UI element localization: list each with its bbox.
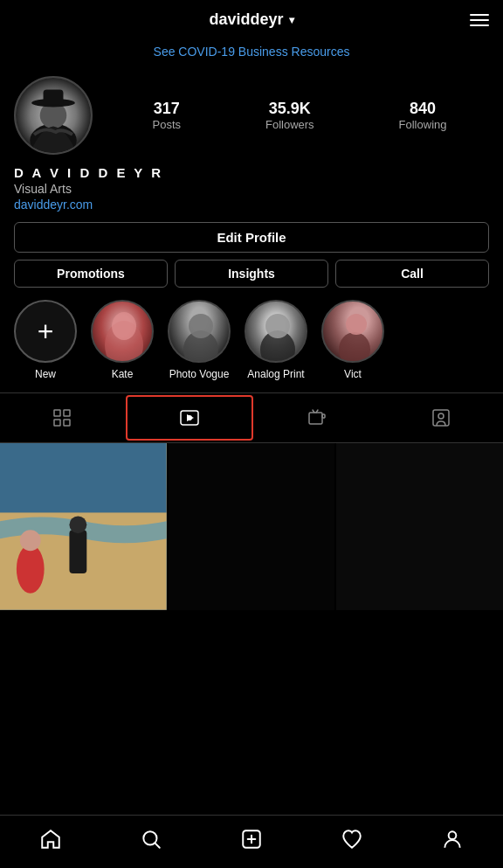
action-buttons-row: Promotions Insights Call xyxy=(14,260,489,288)
dropdown-chevron-icon: ▾ xyxy=(289,14,294,26)
add-icon xyxy=(240,828,263,851)
highlight-analogprint-label: Analog Print xyxy=(247,368,304,380)
followers-stat[interactable]: 35.9K Followers xyxy=(265,100,314,131)
highlights-section: + New Kate Photo Vogue Ana xyxy=(0,288,503,392)
svg-rect-21 xyxy=(322,414,325,418)
profile-top-row: 317 Posts 35.9K Followers 840 Following xyxy=(14,76,489,155)
highlight-vict-label: Vict xyxy=(344,368,362,380)
tab-igtv[interactable] xyxy=(255,393,379,442)
bottom-nav xyxy=(0,815,503,868)
stats-row: 317 Posts 35.9K Followers 840 Following xyxy=(110,100,489,131)
posts-count: 317 xyxy=(154,100,180,118)
igtv-icon xyxy=(307,407,327,428)
svg-line-33 xyxy=(155,844,160,848)
svg-point-25 xyxy=(438,413,444,419)
posts-stat[interactable]: 317 Posts xyxy=(152,100,181,131)
search-icon xyxy=(140,828,162,851)
following-label: Following xyxy=(399,118,447,131)
tab-grid[interactable] xyxy=(0,393,124,442)
profile-icon xyxy=(441,828,464,851)
insights-button[interactable]: Insights xyxy=(175,260,328,288)
covid-banner[interactable]: See COVID-19 Business Resources xyxy=(0,39,503,67)
home-icon xyxy=(39,828,62,851)
tabs-bar xyxy=(0,392,503,443)
top-header: daviddeyr ▾ xyxy=(0,0,503,39)
content-grid xyxy=(0,443,503,671)
highlight-new-label: New xyxy=(35,368,56,380)
followers-count: 35.9K xyxy=(269,100,311,118)
following-stat[interactable]: 840 Following xyxy=(399,100,447,131)
highlight-analogprint[interactable]: Analog Print xyxy=(245,300,307,380)
avatar[interactable] xyxy=(14,76,93,155)
svg-rect-13 xyxy=(54,410,60,416)
svg-rect-16 xyxy=(64,420,70,426)
following-count: 840 xyxy=(410,100,436,118)
nav-home[interactable] xyxy=(29,824,72,854)
svg-point-8 xyxy=(189,314,213,338)
nav-profile[interactable] xyxy=(431,824,474,854)
svg-point-30 xyxy=(17,545,45,594)
svg-point-10 xyxy=(265,314,290,338)
svg-rect-4 xyxy=(44,89,64,104)
posts-label: Posts xyxy=(152,118,181,131)
svg-point-12 xyxy=(346,314,367,335)
heart-icon xyxy=(341,828,363,851)
svg-point-6 xyxy=(112,312,136,340)
call-button[interactable]: Call xyxy=(335,260,489,288)
svg-rect-20 xyxy=(309,413,322,424)
svg-point-31 xyxy=(20,530,41,551)
tab-tagged[interactable] xyxy=(379,393,503,442)
svg-rect-15 xyxy=(54,420,60,426)
svg-point-11 xyxy=(339,332,370,363)
svg-rect-24 xyxy=(433,410,449,426)
profile-section: 317 Posts 35.9K Followers 840 Following … xyxy=(0,67,503,288)
grid-cell-2[interactable] xyxy=(169,443,335,610)
highlight-kate-label: Kate xyxy=(112,368,134,380)
svg-point-29 xyxy=(69,516,86,533)
grid-cell-1[interactable] xyxy=(0,443,167,610)
nav-search[interactable] xyxy=(129,824,173,854)
nav-activity[interactable] xyxy=(330,824,374,854)
hamburger-menu-icon[interactable] xyxy=(470,14,489,26)
svg-rect-14 xyxy=(64,410,70,416)
profile-name: D A V I D D E Y R xyxy=(14,165,489,180)
reels-icon xyxy=(179,407,200,428)
svg-rect-28 xyxy=(69,530,86,573)
grid-cell-3[interactable] xyxy=(336,443,503,610)
highlight-photovogue[interactable]: Photo Vogue xyxy=(168,300,231,380)
highlight-vict[interactable]: Vict xyxy=(321,300,384,380)
followers-label: Followers xyxy=(265,118,314,131)
highlight-kate[interactable]: Kate xyxy=(91,300,154,380)
profile-bio: Visual Arts xyxy=(14,182,489,196)
profile-link[interactable]: daviddeyr.com xyxy=(14,198,489,212)
tagged-icon xyxy=(431,407,451,428)
highlight-new[interactable]: + New xyxy=(14,300,77,380)
promotions-button[interactable]: Promotions xyxy=(14,260,168,288)
svg-point-37 xyxy=(449,831,457,839)
highlight-photovogue-label: Photo Vogue xyxy=(169,368,230,380)
covid-banner-text: See COVID-19 Business Resources xyxy=(154,45,350,59)
nav-add[interactable] xyxy=(230,824,273,854)
edit-profile-button[interactable]: Edit Profile xyxy=(14,222,489,253)
grid-icon xyxy=(52,407,72,428)
username-dropdown[interactable]: daviddeyr ▾ xyxy=(209,10,293,29)
username-text: daviddeyr xyxy=(209,10,283,29)
tab-reels[interactable] xyxy=(126,395,253,441)
